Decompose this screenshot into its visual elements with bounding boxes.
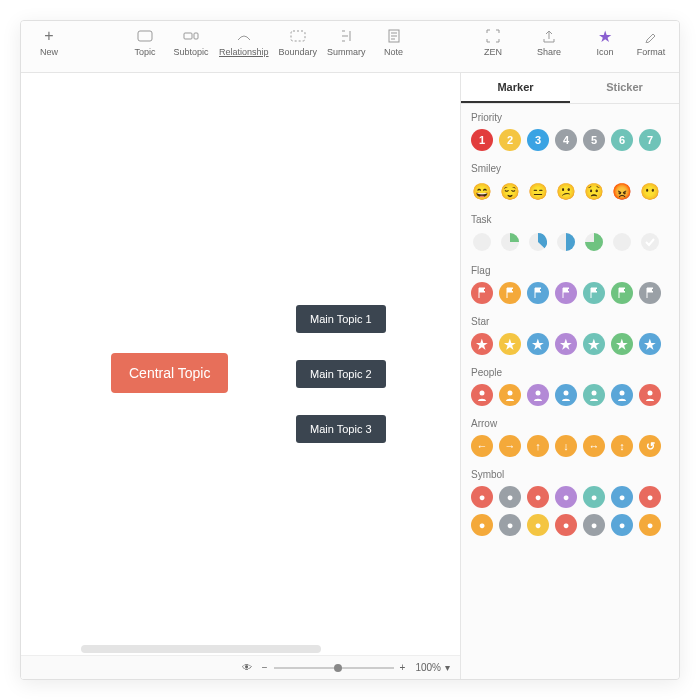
format-button[interactable]: Format [633,27,669,57]
symbol-marker[interactable]: ● [555,514,577,536]
plus-icon: + [40,27,58,45]
smiley-marker[interactable]: 😄 [471,180,493,202]
boundary-icon [289,27,307,45]
flag-marker[interactable] [583,282,605,304]
people-marker[interactable] [583,384,605,406]
zoom-out-button[interactable]: − [262,662,268,673]
smiley-marker[interactable]: 😡 [611,180,633,202]
priority-marker[interactable]: 2 [499,129,521,151]
priority-marker[interactable]: 7 [639,129,661,151]
canvas[interactable]: Central Topic Main Topic 1 Main Topic 2 … [21,73,461,679]
arrow-marker[interactable]: ↓ [555,435,577,457]
star-marker[interactable]: ★ [639,333,661,355]
tab-marker[interactable]: Marker [461,73,570,103]
section-smiley: Smiley 😄😌😑😕😟😡😶 [461,155,679,206]
people-marker[interactable] [499,384,521,406]
smiley-marker[interactable]: 😟 [583,180,605,202]
task-marker[interactable] [611,231,633,253]
star-marker[interactable]: ★ [527,333,549,355]
connector-lines [21,73,321,223]
sidebar: Marker Sticker Priority 1234567 Smiley 😄… [461,73,679,679]
svg-rect-2 [194,33,198,39]
people-marker[interactable] [471,384,493,406]
people-marker[interactable] [527,384,549,406]
arrow-marker[interactable]: → [499,435,521,457]
symbol-marker[interactable]: ● [471,486,493,508]
arrow-marker[interactable]: ← [471,435,493,457]
priority-marker[interactable]: 3 [527,129,549,151]
boundary-button[interactable]: Boundary [279,27,318,57]
svg-point-15 [564,391,569,396]
smiley-marker[interactable]: 😕 [555,180,577,202]
flag-marker[interactable] [555,282,577,304]
svg-point-13 [508,391,513,396]
zen-icon [484,27,502,45]
people-marker[interactable] [611,384,633,406]
flag-marker[interactable] [527,282,549,304]
subtopic-button[interactable]: Subtopic [173,27,209,57]
flag-marker[interactable] [471,282,493,304]
task-marker[interactable] [499,231,521,253]
symbol-marker[interactable]: ● [611,486,633,508]
arrow-marker[interactable]: ↕ [611,435,633,457]
zoom-slider[interactable] [274,667,394,669]
task-marker[interactable] [583,231,605,253]
svg-point-14 [536,391,541,396]
symbol-marker[interactable]: ● [611,514,633,536]
share-button[interactable]: Share [531,27,567,57]
chevron-down-icon[interactable]: ▾ [445,662,450,673]
symbol-marker[interactable]: ● [583,486,605,508]
arrow-marker[interactable]: ↺ [639,435,661,457]
share-icon [540,27,558,45]
priority-marker[interactable]: 5 [583,129,605,151]
arrow-marker[interactable]: ↑ [527,435,549,457]
topic-node[interactable]: Main Topic 1 [296,305,386,333]
summary-button[interactable]: Summary [327,27,366,57]
svg-rect-0 [138,31,152,41]
flag-marker[interactable] [499,282,521,304]
horizontal-scrollbar[interactable] [81,645,321,653]
priority-marker[interactable]: 4 [555,129,577,151]
task-marker[interactable] [555,231,577,253]
zoom-in-button[interactable]: + [400,662,406,673]
symbol-marker[interactable]: ● [555,486,577,508]
symbol-marker[interactable]: ● [499,514,521,536]
task-marker[interactable] [639,231,661,253]
flag-marker[interactable] [639,282,661,304]
svg-point-17 [620,391,625,396]
tab-sticker[interactable]: Sticker [570,73,679,103]
topic-button[interactable]: Topic [127,27,163,57]
new-button[interactable]: + New [31,27,67,57]
symbol-marker[interactable]: ● [639,514,661,536]
central-topic[interactable]: Central Topic [111,353,228,393]
star-marker[interactable]: ★ [555,333,577,355]
symbol-marker[interactable]: ● [639,486,661,508]
star-marker[interactable]: ★ [499,333,521,355]
priority-marker[interactable]: 1 [471,129,493,151]
star-marker[interactable]: ★ [611,333,633,355]
topic-node[interactable]: Main Topic 2 [296,360,386,388]
icon-panel-button[interactable]: ★ Icon [587,27,623,57]
symbol-marker[interactable]: ● [583,514,605,536]
symbol-marker[interactable]: ● [471,514,493,536]
relationship-button[interactable]: Relationship [219,27,269,57]
symbol-marker[interactable]: ● [527,486,549,508]
zen-button[interactable]: ZEN [475,27,511,57]
star-marker[interactable]: ★ [583,333,605,355]
topic-node[interactable]: Main Topic 3 [296,415,386,443]
people-marker[interactable] [555,384,577,406]
task-marker[interactable] [527,231,549,253]
task-marker[interactable] [471,231,493,253]
priority-marker[interactable]: 6 [611,129,633,151]
eye-icon[interactable]: 👁 [242,662,252,673]
flag-marker[interactable] [611,282,633,304]
symbol-marker[interactable]: ● [499,486,521,508]
smiley-marker[interactable]: 😑 [527,180,549,202]
people-marker[interactable] [639,384,661,406]
arrow-marker[interactable]: ↔ [583,435,605,457]
note-button[interactable]: Note [376,27,412,57]
smiley-marker[interactable]: 😶 [639,180,661,202]
symbol-marker[interactable]: ● [527,514,549,536]
smiley-marker[interactable]: 😌 [499,180,521,202]
star-marker[interactable]: ★ [471,333,493,355]
